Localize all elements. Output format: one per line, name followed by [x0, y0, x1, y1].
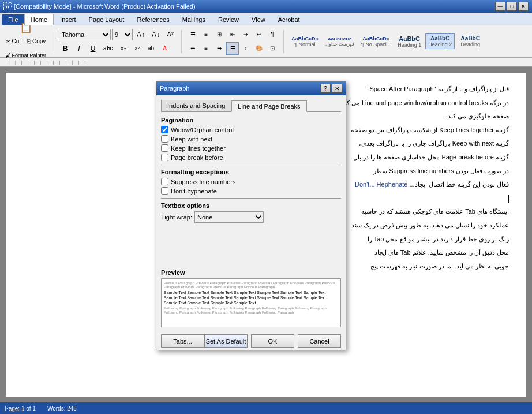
page-break-label: Page break before [171, 154, 223, 161]
cancel-button[interactable]: Cancel [298, 334, 341, 348]
dialog-help-button[interactable]: ? [320, 84, 331, 93]
textbox-options-label: Textbox options [161, 202, 341, 209]
formatting-exceptions-section: Formatting exceptions Suppress line numb… [161, 169, 341, 195]
keep-with-next-row: Keep with next [161, 135, 341, 143]
tab-indents-spacing[interactable]: Indents and Spacing [161, 100, 231, 111]
keep-lines-label: Keep lines together [171, 145, 226, 152]
dialog-title: Paragraph [160, 85, 189, 92]
tight-wrap-label: Tight wrap: [161, 214, 192, 221]
tabs-button[interactable]: Tabs... [161, 334, 204, 348]
keep-with-next-label: Keep with next [171, 136, 212, 143]
dont-hyphenate-label: Don't hyphenate [171, 188, 217, 195]
ok-button[interactable]: OK [251, 334, 294, 348]
dialog-titlebar-controls: ? ✕ [320, 84, 342, 93]
textbox-options-section: Textbox options Tight wrap: None All Fir… [161, 202, 341, 223]
keep-lines-row: Keep lines together [161, 144, 341, 152]
preview-section: Preview Previous Paragraph Previous Para… [161, 269, 341, 327]
preview-prev-text: Previous Paragraph Previous Paragraph Pr… [164, 281, 338, 289]
dont-hyphenate-checkbox[interactable] [161, 187, 168, 195]
set-as-default-button[interactable]: Set As Default [204, 334, 248, 348]
tight-wrap-row: Tight wrap: None All First and last line… [161, 211, 341, 223]
suppress-line-label: Suppress line numbers [171, 178, 236, 185]
preview-box: Previous Paragraph Previous Paragraph Pr… [161, 278, 341, 327]
preview-sample-text: Sample Text Sample Text Sample Text Samp… [164, 290, 338, 305]
widow-orphan-checkbox[interactable] [161, 126, 168, 133]
page-break-row: Page break before [161, 154, 341, 161]
divider-2 [161, 198, 341, 199]
widow-orphan-label: Widow/Orphan control [171, 126, 234, 133]
pagination-label: Pagination [161, 117, 341, 124]
keep-lines-checkbox[interactable] [161, 144, 168, 152]
tight-wrap-select[interactable]: None All First and last lines [194, 211, 264, 223]
suppress-line-row: Suppress line numbers [161, 178, 341, 185]
preview-label: Preview [161, 269, 341, 276]
dont-hyphenate-row: Don't hyphenate [161, 187, 341, 195]
page-break-checkbox[interactable] [161, 154, 168, 161]
dialog-close-button[interactable]: ✕ [332, 84, 342, 93]
dialog-titlebar: Paragraph ? ✕ [156, 81, 346, 95]
suppress-line-checkbox[interactable] [161, 178, 168, 185]
divider-1 [161, 165, 341, 165]
dialog-content: Indents and Spacing Line and Page Breaks… [156, 95, 346, 332]
preview-next-text: Following Paragraph Following Paragraph … [164, 307, 338, 314]
dialog-footer: Tabs... Set As Default OK Cancel [156, 332, 346, 350]
pagination-section: Pagination Widow/Orphan control Keep wit… [161, 117, 341, 161]
dialog-overlay: Paragraph ? ✕ Indents and Spacing Line a… [0, 0, 532, 414]
paragraph-dialog: Paragraph ? ✕ Indents and Spacing Line a… [156, 81, 346, 350]
tab-line-page-breaks[interactable]: Line and Page Breaks [231, 100, 306, 112]
widow-orphan-row: Widow/Orphan control [161, 126, 341, 133]
formatting-label: Formatting exceptions [161, 169, 341, 176]
dialog-tabs: Indents and Spacing Line and Page Breaks [161, 100, 341, 112]
keep-with-next-checkbox[interactable] [161, 135, 168, 143]
